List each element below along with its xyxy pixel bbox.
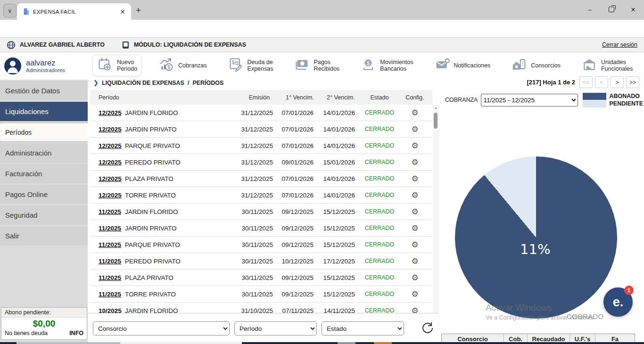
venc2-date: 15/12/2025 — [320, 241, 362, 248]
period-link[interactable]: 11/2025 — [99, 241, 121, 248]
pie-label-pendiente: 11% — [520, 241, 550, 257]
venc1-date: 07/01/2026 — [280, 192, 320, 199]
tab-list-dropdown-button[interactable]: ∨ — [3, 4, 17, 17]
toolbar-item-deuda-de-expensas[interactable]: $Deuda deExpensas — [223, 55, 277, 76]
filter-select-estado[interactable]: Estado — [322, 321, 404, 336]
period-link[interactable]: 12/2025 — [99, 192, 122, 199]
period-link[interactable]: 11/2025 — [99, 258, 121, 265]
gear-icon[interactable]: ⚙ — [397, 174, 432, 184]
close-button[interactable]: ✕ — [622, 0, 644, 19]
legend-item-abonado: ABONADO — [583, 92, 643, 100]
venc1-date: 07/01/2026 — [280, 109, 320, 116]
toolbar-item-nuevo-periodo[interactable]: NuevoPeriodo — [92, 55, 141, 76]
sidebar-item-seguridad[interactable]: Seguridad — [0, 205, 88, 225]
gear-icon[interactable]: ⚙ — [397, 207, 432, 217]
refresh-filters-icon[interactable] — [421, 321, 435, 335]
period-link[interactable]: 11/2025 — [99, 225, 121, 232]
emision-date: 31/12/2025 — [239, 192, 280, 199]
consorcio-name: PARQUE PRIVATO — [121, 241, 239, 248]
period-link[interactable]: 12/2025 — [99, 175, 122, 182]
logout-link[interactable]: Cerrar sesión — [602, 41, 637, 48]
gear-icon[interactable]: ⚙ — [397, 157, 432, 167]
toolbar-item-notificaciones[interactable]: Notificaciones — [430, 55, 495, 76]
table-scrollbar-thumb[interactable] — [434, 113, 438, 129]
venc2-date: 17/12/2025 — [320, 258, 362, 265]
period-link[interactable]: 12/2025 — [99, 159, 122, 166]
period-link[interactable]: 12/2025 — [99, 109, 122, 116]
table-row: 11/2025JARDIN PRIVATO30/11/202509/12/202… — [90, 220, 432, 237]
column-header-2-vencim-: 2° Vencim. — [320, 94, 362, 101]
module-toolbar: NuevoPeriodo$Cobranzas$Deuda deExpensasP… — [90, 53, 641, 78]
page-button-last[interactable]: >> — [626, 76, 639, 88]
period-cell: 11/2025 — [90, 258, 121, 265]
sidebar-item-pagos-online[interactable]: Pagos Online — [0, 185, 88, 204]
window-controls: – ✕ — [579, 0, 644, 19]
pagination-info: [217] Hoja 1 de 2 — [527, 79, 575, 86]
period-link[interactable]: 11/2025 — [99, 291, 121, 298]
abono-info-link[interactable]: INFO — [69, 330, 83, 336]
period-link[interactable]: 11/2025 — [99, 274, 121, 281]
toolbar-item-consorcios[interactable]: Consorcios — [507, 55, 564, 76]
gear-icon[interactable]: ⚙ — [397, 108, 432, 118]
sidebar-item-periodos[interactable]: Períodos — [0, 123, 88, 142]
period-link[interactable]: 12/2025 — [99, 142, 122, 149]
user-card: aalvarez Administradores — [0, 52, 88, 80]
filter-select-consorcio[interactable]: Consorcio — [93, 321, 230, 336]
period-cell: 11/2025 — [90, 225, 121, 232]
gear-icon[interactable]: ⚙ — [397, 223, 432, 233]
module-tablet-icon — [122, 41, 130, 49]
venc1-date: 09/12/2025 — [280, 208, 320, 215]
toolbar-item-pagos-recibidos[interactable]: PagosRecibidos — [289, 55, 343, 76]
sidebar-item-salir[interactable]: Salir — [0, 226, 88, 246]
toolbar-label-line: Recibidos — [314, 66, 339, 72]
new-tab-button[interactable]: + — [136, 5, 141, 16]
toolbar-label-line: Unidades — [601, 59, 633, 66]
page-button-next[interactable]: > — [611, 76, 624, 88]
abono-box: Abono pendiente: $0,00 No tienes deuda I… — [1, 307, 87, 340]
filter-bar: ConsorcioPeríodoEstado — [88, 313, 438, 343]
gear-icon[interactable]: ⚙ — [397, 190, 432, 200]
gear-icon[interactable]: ⚙ — [397, 256, 432, 266]
gear-icon[interactable]: ⚙ — [397, 273, 432, 283]
toolbar-item-movimientos-bancarios[interactable]: $MovimientosBancarios — [356, 55, 417, 76]
period-cell: 11/2025 — [90, 274, 121, 281]
toolbar-label-line: Periodo — [117, 66, 137, 72]
venc2-date: 14/01/2026 — [320, 175, 362, 182]
main-content: NuevoPeriodo$Cobranzas$Deuda deExpensasP… — [88, 52, 644, 343]
cobranza-range-select[interactable]: 11/2025 - 12/2025 — [481, 94, 578, 106]
gear-icon[interactable]: ⚙ — [397, 141, 432, 151]
support-chat-bubble[interactable]: e. 1 — [603, 287, 633, 317]
toolbar-item-unidades-funcionales[interactable]: UnidadesFuncionales — [577, 55, 636, 76]
column-header-1-vencim-: 1° Vencim. — [280, 94, 320, 101]
filter-select-periodo[interactable]: Período — [234, 321, 317, 336]
legend-label: PENDIENTE — [609, 100, 643, 107]
browser-tab[interactable]: EXPENSA FACIL ✕ — [17, 3, 131, 20]
gear-icon[interactable]: ⚙ — [397, 289, 432, 299]
period-link[interactable]: 11/2025 — [99, 208, 121, 215]
period-cell: 12/2025 — [90, 109, 121, 116]
sidebar-item-gestion-de-datos[interactable]: Gestión de Datos — [0, 81, 88, 100]
module-label: MÓDULO: LIQUIDACIÓN DE EXPENSAS — [134, 41, 246, 48]
minimize-button[interactable]: – — [579, 0, 601, 19]
gear-icon[interactable]: ⚙ — [397, 240, 432, 250]
breadcrumb-root[interactable]: LIQUIDACIÓN DE EXPENSAS — [102, 80, 184, 86]
toolbar-label-line: Notificaciones — [454, 62, 491, 69]
sidebar-item-administracion[interactable]: Administración — [0, 143, 88, 163]
period-cell: 11/2025 — [90, 208, 121, 215]
toolbar-label-line: Funcionales — [601, 66, 633, 72]
toolbar-item-cobranzas[interactable]: $Cobranzas — [154, 55, 210, 76]
column-header-periodo: Período — [90, 94, 239, 101]
emision-date: 30/11/2025 — [239, 241, 280, 248]
tab-close-icon[interactable]: ✕ — [118, 8, 127, 16]
period-cell: 11/2025 — [90, 241, 121, 248]
venc1-date: 07/01/2026 — [280, 126, 320, 133]
sidebar-item-facturacion[interactable]: Facturación — [0, 164, 88, 183]
gear-icon[interactable]: ⚙ — [397, 124, 432, 134]
period-cell: 12/2025 — [90, 142, 121, 149]
svg-text:$: $ — [231, 59, 235, 65]
period-cell: 12/2025 — [90, 126, 121, 133]
sidebar-item-liquidaciones[interactable]: Liquidaciones — [0, 102, 88, 121]
restore-button[interactable] — [601, 0, 622, 19]
toolbar-item-label: NuevoPeriodo — [117, 59, 137, 73]
period-link[interactable]: 12/2025 — [99, 126, 122, 133]
